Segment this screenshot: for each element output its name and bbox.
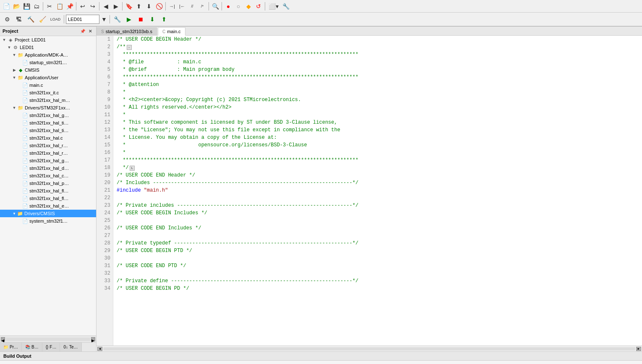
expand-project-icon[interactable]: ▼ [2,38,7,42]
expand-app-mdk-icon[interactable]: ▼ [12,53,17,57]
tree-item-hal-dma[interactable]: 📄 stm32f1xx_hal_d… [0,164,96,172]
tree-item-hal-cortex[interactable]: 📄 stm32f1xx_hal_c… [0,172,96,179]
tree-item-drivers-stm32[interactable]: ▼ 📁 Drivers/STM32F1xx… [0,104,96,112]
pin-icon[interactable]: 📌 [79,28,86,34]
tree-item-hal-flash[interactable]: 📄 stm32f1xx_hal_fl… [0,187,96,195]
outdent-button[interactable]: |← [177,2,187,11]
step-over-button[interactable]: ◆ [244,2,253,11]
tree-item-hal-tim2[interactable]: 📄 stm32f1xx_hal_ti… [0,127,96,134]
step-out2-button[interactable]: ⬆ [159,14,170,25]
sidebar-scroll-left[interactable]: ◀ [1,337,5,341]
tree-item-hal-gpio[interactable]: 📄 stm32f1xx_hal_g… [0,112,96,119]
tree-item-hal-rcc2[interactable]: 📄 stm32f1xx_hal_r… [0,149,96,157]
bottom-tab-books[interactable]: 📚 B… [22,343,42,351]
bottom-tab-project[interactable]: 📁 Pr… [0,343,22,351]
main-c-label: main.c [29,83,43,88]
tree-item-main-c[interactable]: 📄 main.c [0,81,96,89]
bottom-tab-templates[interactable]: 0↓ Te… [60,343,81,351]
tree-item-hal-pwr[interactable]: 📄 stm32f1xx_hal_p… [0,179,96,187]
app-mdk-icon: 📁 [17,52,24,58]
tree-item-app-mdk[interactable]: ▼ 📁 Application/MDK-A… [0,51,96,59]
startup-label: startup_stm32f1… [29,60,67,65]
hal-gpio2-label: stm32f1xx_hal_g… [29,158,69,163]
stop2-button[interactable]: ⏹ [135,14,146,25]
reset-button[interactable]: ↺ [254,2,263,11]
bottom-tab-functions[interactable]: {} F… [42,343,60,351]
options-button[interactable]: 🔧 [112,14,123,25]
sidebar-scroll-bar[interactable]: ◀ ▶ [0,335,96,342]
nav-forward-button[interactable]: ▶ [111,2,120,11]
tree-item-hal-msp[interactable]: 📄 stm32f1xx_hal_m… [0,96,96,104]
horizontal-scrollbar[interactable]: ◀ ▶ [97,346,642,351]
tree-item-led01[interactable]: ▼ ⚙ LED01 [0,44,96,51]
indent-button[interactable]: →| [167,2,177,11]
next-bookmark-button[interactable]: ⬇ [144,2,154,11]
paste-button[interactable]: 📌 [65,2,74,11]
tree-item-hal-exti[interactable]: 📄 stm32f1xx_hal_e… [0,202,96,210]
step-in-button[interactable]: ⬇ [147,14,158,25]
hal-flash2-icon: 📄 [22,195,29,202]
run2-button[interactable]: ▶ [123,14,134,25]
project-settings-button[interactable]: ⚙ [2,14,13,25]
build-button[interactable]: 🏗 [13,14,24,25]
fold-icon-2[interactable]: - [127,45,132,50]
redo-button[interactable]: ↪ [88,2,97,11]
editor-tabs: S startup_stm32f103xb.s C main.c [97,26,642,36]
target-dropdown-button[interactable]: ▼ [100,15,108,24]
tab-startup[interactable]: S startup_stm32f103xb.s [97,27,157,35]
hal-cortex-label: stm32f1xx_hal_c… [29,173,69,178]
scroll-left-button[interactable]: ◀ [97,347,102,351]
drivers-stm32-icon: 📁 [17,104,24,111]
tree-item-hal-gpio2[interactable]: 📄 stm32f1xx_hal_g… [0,157,96,164]
save-all-button[interactable]: 🗂 [32,2,41,11]
expand-app-user-icon[interactable]: ▼ [12,75,17,80]
code-editor[interactable]: 1 2 3 4 5 6 7 8 9 10 11 12 13 14 15 16 1… [97,36,642,346]
tree-item-project[interactable]: ▼ ◈ Project: LED01 [0,36,96,44]
window-layout-button[interactable]: ⬜▾ [267,2,280,11]
load-flash-button[interactable]: LOAD [49,14,62,25]
run-button[interactable]: ○ [234,2,243,11]
uncomment-button[interactable]: /* [198,2,207,11]
cut-button[interactable]: ✂ [45,2,54,11]
find-button[interactable]: 🔍 [211,2,220,11]
clean-button[interactable]: 🧹 [37,14,48,25]
target-input[interactable] [66,15,99,24]
tree-item-hal-flash2[interactable]: 📄 stm32f1xx_hal_fl… [0,195,96,202]
new-file-button[interactable]: 📄 [2,2,11,11]
prev-bookmark-button[interactable]: ⬆ [134,2,144,11]
tree-item-drivers-cmsis[interactable]: ▼ 📁 Drivers/CMSIS [0,210,96,217]
open-file-button[interactable]: 📂 [12,2,21,11]
books-tab-icon: 📚 [25,345,30,349]
tree-item-it-c[interactable]: 📄 stm32f1xx_it.c [0,89,96,96]
close-sidebar-button[interactable]: ✕ [87,28,94,34]
hal-exti-icon: 📄 [22,203,29,209]
fold-end-icon-18[interactable]: L [130,166,135,171]
expand-drivers-icon[interactable]: ▼ [12,106,17,110]
tree-item-app-user[interactable]: ▼ 📁 Application/User [0,74,96,81]
nav-back-button[interactable]: ◀ [101,2,110,11]
copy-button[interactable]: 📋 [55,2,64,11]
undo-button[interactable]: ↩ [78,2,87,11]
tree-item-hal-rcc[interactable]: 📄 stm32f1xx_hal_r… [0,142,96,149]
clear-bookmarks-button[interactable]: 🚫 [154,2,164,11]
rebuild-button[interactable]: 🔨 [25,14,36,25]
functions-tab-label: F… [50,345,56,349]
project-tree: ▼ ◈ Project: LED01 ▼ ⚙ LED01 ▼ 📁 Applica… [0,36,96,335]
tree-item-hal-tim[interactable]: 📄 stm32f1xx_hal_ti… [0,119,96,127]
settings-button[interactable]: 🔧 [281,2,290,11]
expand-cmsis-icon[interactable]: ▶ [12,68,17,72]
tab-main-c[interactable]: C main.c [158,27,185,36]
expand-drivers-cmsis-icon[interactable]: ▼ [12,212,17,216]
comment-button[interactable]: // [188,2,197,11]
tree-item-hal-c[interactable]: 📄 stm32f1xx_hal.c [0,134,96,142]
stop-debug-button[interactable]: ● [224,2,233,11]
bookmark-button[interactable]: 🔖 [124,2,133,11]
save-button[interactable]: 💾 [22,2,31,11]
scroll-right-button[interactable]: ▶ [636,347,641,351]
tree-item-startup[interactable]: 📄 startup_stm32f1… [0,59,96,66]
code-text[interactable]: /* USER CODE BEGIN Header */ /**- ******… [113,36,642,346]
tree-item-cmsis[interactable]: ▶ ◆ CMSIS [0,66,96,74]
expand-led01-icon[interactable]: ▼ [7,45,12,49]
tree-item-system-stm32[interactable]: 📄 system_stm32f1… [0,217,96,225]
sidebar-scroll-right[interactable]: ▶ [91,337,95,341]
